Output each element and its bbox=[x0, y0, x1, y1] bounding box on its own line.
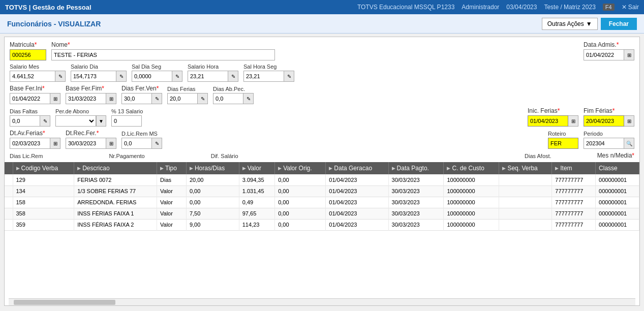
edit-icon-salario-mes[interactable]: ✎ bbox=[55, 71, 66, 82]
table-row[interactable]: 1341/3 SOBRE FERIAS 77Valor0,001.031,450… bbox=[5, 185, 639, 197]
salario-dia-label: Salario Dia bbox=[71, 64, 127, 70]
dias-fer-ven-input[interactable] bbox=[121, 93, 152, 104]
th-data-geracao[interactable]: ▶ Data Geracao bbox=[326, 162, 388, 174]
calendar-icon-base-fer-ini[interactable]: ⊞ bbox=[50, 93, 60, 104]
edit-icon-dias-ferias[interactable]: ✎ bbox=[198, 93, 208, 104]
salario-dia-group: ✎ bbox=[71, 71, 127, 82]
matricula-input[interactable] bbox=[10, 49, 46, 60]
calendar-icon-dt-av-ferias[interactable]: ⊞ bbox=[50, 138, 60, 149]
sal-dia-seg-input[interactable] bbox=[132, 71, 172, 82]
th-seq-verba[interactable]: ▶ Seq. Verba bbox=[499, 162, 552, 174]
field-matricula: Matricula* bbox=[10, 41, 46, 60]
calendar-icon-base-fer-fim[interactable]: ⊞ bbox=[106, 93, 116, 104]
calendar-icon-inic-ferias[interactable]: ⊞ bbox=[568, 115, 578, 127]
edit-icon-salario-hora[interactable]: ✎ bbox=[228, 71, 238, 82]
edit-icon-salario-dia[interactable]: ✎ bbox=[116, 71, 127, 82]
roteiro-input[interactable] bbox=[548, 138, 578, 149]
header-right: TOTVS Educacional MSSQL P1233 Administra… bbox=[357, 4, 639, 11]
table-container: ▶ Codigo Verba ▶ Descricao ▶ Tipo bbox=[5, 162, 639, 298]
table-row[interactable]: 359INSS FÉRIAS FAIXA 2Valor9,00114,230,0… bbox=[5, 219, 639, 230]
th-descricao[interactable]: ▶ Descricao bbox=[74, 162, 157, 174]
field-mes-n-media: Mes n/Media* bbox=[597, 152, 634, 159]
th-classe[interactable]: Classe bbox=[596, 162, 639, 174]
dt-av-ferias-input[interactable] bbox=[10, 138, 50, 149]
periodo-group: 🔍 bbox=[584, 138, 634, 149]
base-fer-ini-input[interactable] bbox=[10, 93, 50, 104]
d-lic-rem-ms-label: D.Lic.Rem MS bbox=[121, 131, 162, 137]
periodo-label: Periodo bbox=[584, 131, 634, 137]
edit-icon-dias-ab-pec[interactable]: ✎ bbox=[243, 93, 254, 104]
th-data-pagto[interactable]: ▶ Data Pagto. bbox=[388, 162, 444, 174]
per-abono-select[interactable] bbox=[55, 115, 96, 127]
th-item[interactable]: ▶ Item bbox=[552, 162, 596, 174]
dias-faltas-input[interactable] bbox=[10, 115, 40, 127]
dias-ferias-group: ✎ bbox=[167, 93, 208, 104]
salario-dia-input[interactable] bbox=[71, 71, 116, 82]
edit-icon-dias-fer-ven[interactable]: ✎ bbox=[152, 93, 162, 104]
field-fim-ferias: Fim Férias* ⊞ bbox=[584, 107, 634, 127]
th-codigo-verba[interactable]: ▶ Codigo Verba bbox=[13, 162, 74, 174]
field-periodo: Periodo 🔍 bbox=[584, 131, 634, 149]
close-x-icon: ✕ bbox=[622, 4, 627, 11]
th-valor-orig[interactable]: ▶ Valor Orig. bbox=[275, 162, 326, 174]
mes-n-media-label: Mes n/Media* bbox=[597, 152, 634, 159]
fechar-button[interactable]: Fechar bbox=[601, 18, 637, 30]
base-fer-fim-input[interactable] bbox=[66, 93, 106, 104]
table-row[interactable]: 358INSS FÉRIAS FAIXA 1Valor7,5097,650,00… bbox=[5, 208, 639, 219]
inic-ferias-input[interactable] bbox=[528, 115, 568, 127]
sal-dia-seg-group: ✎ bbox=[132, 71, 182, 82]
th-c-de-custo[interactable]: ▶ C. de Custo bbox=[444, 162, 499, 174]
roteiro-label: Roteiro bbox=[548, 131, 578, 137]
field-sal-hora-seg: Sal Hora Seg ✎ bbox=[243, 64, 294, 82]
dias-ferias-input[interactable] bbox=[167, 93, 198, 104]
salario-hora-group: ✎ bbox=[188, 71, 238, 82]
field-nr-pagamento: Nr.Pagamento bbox=[109, 153, 144, 159]
col-expand[interactable] bbox=[5, 162, 13, 174]
salario-mes-label: Salario Mes bbox=[10, 64, 66, 70]
field-dias-afost: Dias Afost. bbox=[525, 153, 551, 159]
field-dias-faltas: Dias Faltas ✎ bbox=[10, 108, 50, 127]
calendar-icon-dt-rec-fer[interactable]: ⊞ bbox=[106, 138, 116, 149]
base-fer-fim-label: Base Fer.Fim* bbox=[66, 85, 116, 92]
salario-mes-input[interactable] bbox=[10, 71, 55, 82]
periodo-input[interactable] bbox=[584, 138, 624, 149]
edit-icon-sal-dia-seg[interactable]: ✎ bbox=[172, 71, 182, 82]
d-lic-rem-ms-input[interactable] bbox=[121, 138, 152, 149]
data-admis-input[interactable] bbox=[584, 49, 624, 60]
edit-icon-d-lic-rem-ms[interactable]: ✎ bbox=[152, 138, 162, 149]
th-tipo[interactable]: ▶ Tipo bbox=[157, 162, 187, 174]
fim-ferias-input[interactable] bbox=[584, 115, 624, 127]
pct-13-salario-input[interactable] bbox=[111, 115, 142, 127]
bottom-scrollbar[interactable] bbox=[9, 298, 635, 305]
main-content: Matricula* Nome* Data Admis.* ⊞ bbox=[4, 37, 640, 306]
table-row[interactable]: 129FERIAS 0072Dias20,003.094,350,0001/04… bbox=[5, 174, 639, 185]
header-actions: Outras Ações ▼ Fechar bbox=[542, 18, 637, 30]
th-horas-dias[interactable]: ▶ Horas/Dias bbox=[186, 162, 239, 174]
system-info: TOTVS Educacional MSSQL P1233 bbox=[357, 4, 454, 11]
inic-ferias-label: Inic. Ferias* bbox=[528, 107, 578, 114]
sair-button[interactable]: ✕ Sair bbox=[622, 4, 639, 11]
table-row[interactable]: 158ARREDONDA. FERIASValor0,000,490,0001/… bbox=[5, 197, 639, 208]
salario-hora-input[interactable] bbox=[188, 71, 228, 82]
salario-mes-group: ✎ bbox=[10, 71, 66, 82]
nome-input[interactable] bbox=[51, 49, 275, 60]
th-valor[interactable]: ▶ Valor bbox=[239, 162, 274, 174]
dropdown-icon-per-abono[interactable]: ▼ bbox=[96, 115, 106, 127]
edit-icon-dias-faltas[interactable]: ✎ bbox=[40, 115, 50, 127]
dias-ab-pec-input[interactable] bbox=[213, 93, 243, 104]
calendar-icon[interactable]: ⊞ bbox=[624, 49, 634, 60]
calendar-icon-fim-ferias[interactable]: ⊞ bbox=[624, 115, 634, 127]
field-nome: Nome* bbox=[51, 41, 578, 60]
dias-fer-ven-label: Dias Fer.Ven* bbox=[121, 85, 162, 92]
data-admis-input-group: ⊞ bbox=[584, 49, 634, 60]
form-row-1: Matricula* Nome* Data Admis.* ⊞ bbox=[10, 41, 634, 60]
search-icon-periodo[interactable]: 🔍 bbox=[624, 138, 634, 149]
data-admis-label: Data Admis.* bbox=[584, 41, 634, 48]
app-title: TOTVS | Gestão de Pessoal bbox=[5, 4, 91, 11]
outras-acoes-button[interactable]: Outras Ações ▼ bbox=[542, 18, 598, 30]
dt-rec-fer-input[interactable] bbox=[66, 138, 106, 149]
sal-hora-seg-input[interactable] bbox=[243, 71, 284, 82]
table-body: 129FERIAS 0072Dias20,003.094,350,0001/04… bbox=[5, 174, 639, 230]
edit-icon-sal-hora-seg[interactable]: ✎ bbox=[284, 71, 294, 82]
f4-badge: F4 bbox=[603, 4, 615, 11]
